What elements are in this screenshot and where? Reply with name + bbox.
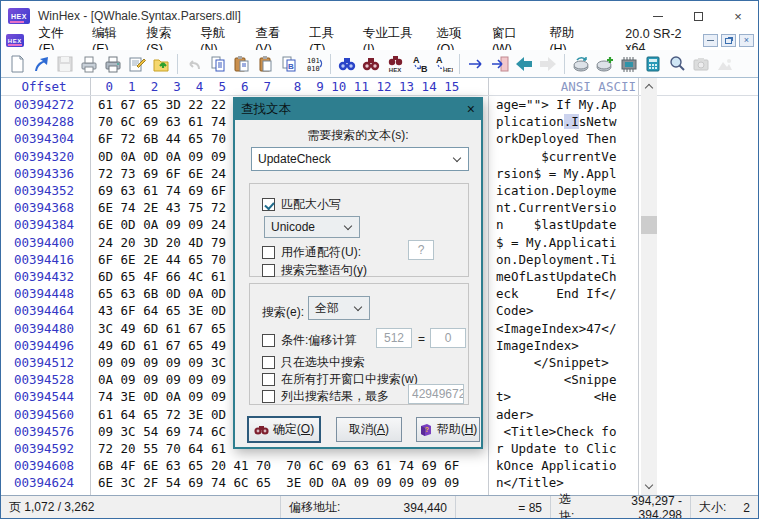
cancel-button[interactable]: 取消(A) — [336, 417, 402, 442]
condition-modulus-field[interactable]: 512 — [376, 328, 412, 348]
new-document-icon[interactable] — [5, 52, 29, 76]
ascii-text[interactable]: meOfLastUpdateCh — [496, 268, 616, 285]
hex-bytes[interactable]: 09 3C 54 69 74 6C — [98, 423, 226, 440]
ascii-text[interactable]: t> <He — [496, 388, 616, 405]
whole-words-row[interactable]: 搜索完整语句(y) — [262, 262, 367, 279]
find-again-icon[interactable] — [359, 52, 383, 76]
ascii-text[interactable]: $ = My.Applicati — [496, 234, 616, 251]
ascii-text[interactable]: orkDeployed Then — [496, 130, 616, 147]
ascii-text[interactable]: nt.CurrentVersio — [496, 199, 616, 216]
encoding-dropdown[interactable]: Unicode — [264, 216, 360, 238]
edit-properties-icon[interactable] — [125, 52, 149, 76]
scrollbar-thumb[interactable] — [641, 216, 657, 234]
in-block-checkbox[interactable] — [262, 356, 275, 369]
hex-bytes[interactable]: 61 64 65 72 3E 0D — [98, 406, 226, 423]
ascii-text[interactable]: ader> — [496, 406, 616, 423]
hex-bytes[interactable]: 6B 4F 6E 63 65 20 41 70 70 6C 69 63 61 7… — [98, 457, 459, 474]
hex-bytes[interactable]: 6F 6E 2E 44 65 70 — [98, 251, 226, 268]
hex-bytes[interactable]: 6E 0D 0A 09 09 24 — [98, 216, 226, 233]
ok-button[interactable]: 确定(O) — [248, 417, 320, 442]
match-case-row[interactable]: 匹配大小写 — [262, 196, 341, 213]
dialog-title-bar[interactable]: 查找文本 × — [234, 98, 482, 120]
binary-convert-icon[interactable]: 101010 — [302, 52, 326, 76]
ascii-text[interactable]: n</Title> — [496, 474, 616, 491]
hex-bytes[interactable]: 6D 65 4F 66 4C 61 — [98, 268, 226, 285]
print-icon[interactable] — [101, 52, 125, 76]
ascii-text[interactable]: rsion$ = My.Appl — [496, 165, 616, 182]
ascii-text[interactable]: n $lastUpdate — [496, 216, 616, 233]
hex-bytes[interactable]: 49 6D 61 67 65 49 — [98, 337, 226, 354]
close-button[interactable]: × — [718, 1, 758, 31]
ram-editor-icon[interactable] — [617, 52, 641, 76]
hex-bytes[interactable]: 69 63 61 74 69 6F — [98, 182, 226, 199]
hex-bytes[interactable]: 09 09 09 09 09 3C — [98, 354, 226, 371]
ascii-text[interactable]: <Snippe — [496, 371, 616, 388]
scroll-down-button[interactable] — [641, 478, 657, 495]
hex-bytes[interactable]: 72 73 69 6F 6E 24 — [98, 165, 226, 182]
ascii-text[interactable]: Code> — [496, 302, 616, 319]
ascii-text[interactable]: $currentVe — [496, 148, 616, 165]
ascii-text[interactable]: </Snippet> — [496, 354, 616, 371]
hex-bytes[interactable]: 24 20 3D 20 4D 79 — [98, 234, 226, 251]
open-folder-icon[interactable] — [149, 52, 173, 76]
scroll-up-button[interactable] — [641, 78, 657, 95]
hex-bytes[interactable]: 74 3E 0D 0A 09 09 — [98, 388, 226, 405]
ascii-text[interactable]: ImageIndex> — [496, 337, 616, 354]
ascii-text[interactable]: r Update to Clic — [496, 440, 616, 457]
go-to-page-icon[interactable] — [488, 52, 512, 76]
all-windows-checkbox[interactable] — [262, 373, 275, 386]
ascii-text[interactable]: kOnce Applicatio — [496, 457, 616, 474]
ascii-text[interactable]: eck End If</ — [496, 285, 616, 302]
condition-remainder-field[interactable]: 0 — [430, 328, 466, 348]
ascii-text[interactable]: age=""> If My.Ap — [496, 96, 616, 113]
in-block-row[interactable]: 只在选块中搜索 — [262, 354, 365, 371]
hex-bytes[interactable]: 0D 0A 0D 0A 09 09 — [98, 148, 226, 165]
wildcard-char-field[interactable]: ? — [408, 240, 434, 260]
hex-bytes[interactable]: 65 63 6B 0D 0A 0D — [98, 285, 226, 302]
ascii-text[interactable]: <Title>Check fo — [496, 423, 616, 440]
condition-checkbox[interactable] — [262, 334, 275, 347]
mdi-minimize-button[interactable] — [703, 34, 718, 47]
max-results-field[interactable]: 42949672 — [408, 384, 464, 404]
document-icon[interactable]: HEX — [6, 34, 24, 47]
add-drive-icon[interactable] — [593, 52, 617, 76]
replace-text-icon[interactable]: AB — [407, 52, 431, 76]
hex-bytes[interactable]: 3C 49 6D 61 67 65 — [98, 320, 226, 337]
vertical-scrollbar[interactable] — [641, 78, 657, 495]
condition-row[interactable]: 条件:偏移计算 — [262, 332, 356, 349]
all-windows-row[interactable]: 在所有打开窗口中搜索(w) — [262, 371, 418, 388]
selected-block[interactable]: .I — [564, 114, 579, 129]
list-results-checkbox[interactable] — [262, 390, 275, 403]
help-button[interactable]: ? 帮助(H) — [416, 417, 480, 442]
match-case-checkbox[interactable] — [262, 198, 275, 211]
search-scope-dropdown[interactable]: 全部 — [308, 296, 370, 320]
paste-icon[interactable] — [230, 52, 254, 76]
wildcard-row[interactable]: 用作通配符(U): — [262, 244, 361, 261]
find-text-icon[interactable] — [335, 52, 359, 76]
search-text-combobox[interactable]: UpdateCheck — [251, 147, 469, 171]
dialog-close-icon[interactable]: × — [467, 102, 475, 116]
back-icon[interactable] — [512, 52, 536, 76]
hex-bytes[interactable]: 61 67 65 3D 22 22 — [98, 96, 226, 113]
mdi-restore-button[interactable] — [721, 34, 736, 47]
replace-hex-icon[interactable]: AHEX — [431, 52, 455, 76]
copy-as-hex-icon[interactable]: B — [278, 52, 302, 76]
ascii-text[interactable]: <ImageIndex>47</ — [496, 320, 616, 337]
print-preview-icon[interactable] — [77, 52, 101, 76]
ascii-text[interactable]: plication.IsNetw — [496, 113, 616, 130]
hex-bytes[interactable]: 0A 09 09 09 09 09 — [98, 371, 226, 388]
hex-bytes[interactable]: 6E 3C 2F 54 69 74 6C 65 3E 0D 0A 09 09 0… — [98, 474, 459, 491]
copy-icon[interactable] — [206, 52, 230, 76]
ascii-text[interactable]: on.Deployment.Ti — [496, 251, 616, 268]
mdi-close-button[interactable]: × — [739, 34, 754, 47]
ascii-text[interactable]: ication.Deployme — [496, 182, 616, 199]
hex-bytes[interactable]: 6F 72 6B 44 65 70 — [98, 130, 226, 147]
wildcard-checkbox[interactable] — [262, 246, 275, 259]
refresh-drive-icon[interactable] — [569, 52, 593, 76]
list-results-row[interactable]: 列出搜索结果，最多 — [262, 388, 389, 405]
whole-words-checkbox[interactable] — [262, 264, 275, 277]
hex-bytes[interactable]: 72 20 55 70 64 61 — [98, 440, 226, 457]
go-to-offset-icon[interactable] — [464, 52, 488, 76]
zoom-icon[interactable] — [665, 52, 689, 76]
calculator-icon[interactable] — [641, 52, 665, 76]
